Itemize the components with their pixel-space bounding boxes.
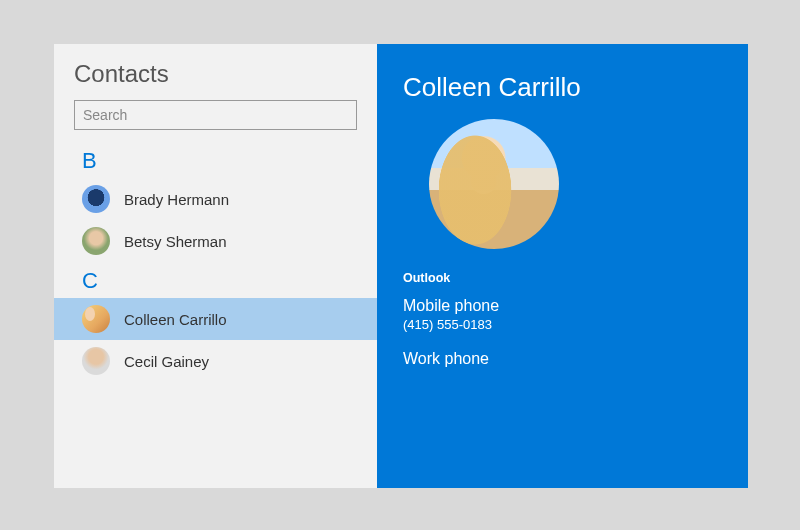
detail-contact-name: Colleen Carrillo: [403, 72, 722, 103]
avatar: [82, 347, 110, 375]
contact-name: Cecil Gainey: [124, 353, 209, 370]
contacts-list: B Brady Hermann Betsy Sherman C Colleen …: [54, 142, 377, 488]
group-header-c[interactable]: C: [54, 262, 377, 298]
contact-name: Colleen Carrillo: [124, 311, 227, 328]
avatar: [82, 305, 110, 333]
contacts-list-pane: Contacts B Brady Hermann Betsy Sherman C…: [54, 44, 377, 488]
contact-row-colleen[interactable]: Colleen Carrillo: [54, 298, 377, 340]
avatar: [82, 185, 110, 213]
avatar: [82, 227, 110, 255]
group-header-b[interactable]: B: [54, 142, 377, 178]
field-label-mobile: Mobile phone: [403, 297, 722, 315]
contact-row-brady[interactable]: Brady Hermann: [54, 178, 377, 220]
contact-detail-pane: Colleen Carrillo Outlook Mobile phone (4…: [377, 44, 748, 488]
contact-name: Betsy Sherman: [124, 233, 227, 250]
detail-source: Outlook: [403, 271, 722, 285]
contact-row-cecil[interactable]: Cecil Gainey: [54, 340, 377, 382]
search-input[interactable]: [74, 100, 357, 130]
contacts-window: Contacts B Brady Hermann Betsy Sherman C…: [54, 44, 748, 488]
field-label-work: Work phone: [403, 350, 722, 368]
detail-avatar: [429, 119, 559, 249]
pane-title: Contacts: [54, 44, 377, 96]
contact-row-betsy[interactable]: Betsy Sherman: [54, 220, 377, 262]
contact-name: Brady Hermann: [124, 191, 229, 208]
field-value-mobile: (415) 555-0183: [403, 317, 722, 332]
